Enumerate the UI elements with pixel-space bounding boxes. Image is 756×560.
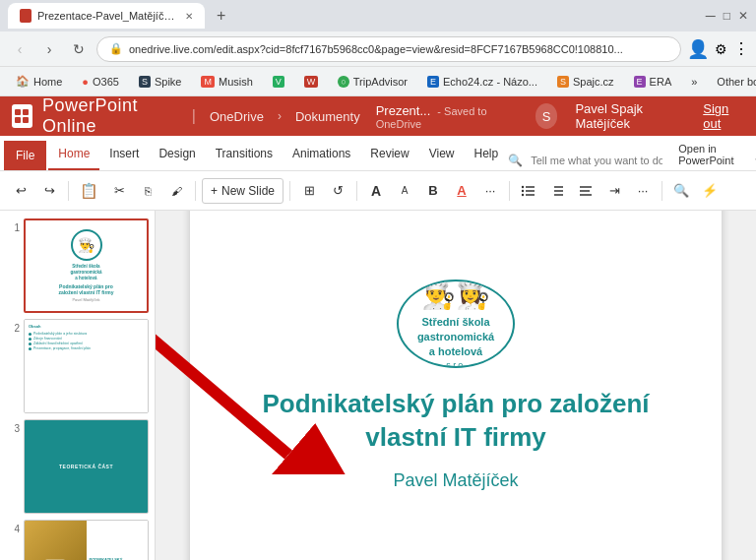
- slide-num-1: 1: [6, 218, 20, 233]
- back-button[interactable]: ‹: [8, 37, 32, 61]
- bookmark-musish[interactable]: M Musish: [193, 73, 260, 91]
- toolbar-separator-1: [68, 181, 69, 201]
- school-logo: 👨‍🍳👩‍🍳 Střední školagastronomickáa hotel…: [397, 280, 515, 368]
- svg-point-5: [522, 193, 524, 195]
- reset-button[interactable]: ↺: [325, 178, 350, 204]
- bookmarks-bar: 🏠 Home ● O365 S Spike M Musish V W ○ Tri…: [0, 67, 756, 96]
- tab-help[interactable]: Help: [465, 139, 509, 170]
- close-button[interactable]: ✕: [738, 9, 748, 23]
- app-name: PowerPoint Online: [42, 95, 178, 137]
- main-slide-canvas[interactable]: 👨‍🍳👩‍🍳 Střední školagastronomickáa hotel…: [190, 211, 722, 560]
- tell-me-input[interactable]: [523, 151, 670, 170]
- redo-button[interactable]: ↪: [36, 178, 62, 204]
- tab-design[interactable]: Design: [149, 139, 205, 170]
- toolbar-separator-3: [289, 181, 290, 201]
- bold-button[interactable]: B: [420, 178, 446, 204]
- bookmark-other[interactable]: Other bookmarks: [709, 73, 756, 91]
- new-tab-button[interactable]: +: [217, 7, 225, 25]
- tab-file[interactable]: File: [4, 141, 46, 170]
- bookmark-label: O365: [93, 76, 119, 88]
- cut-button[interactable]: ✂: [106, 178, 132, 204]
- tab-close-button[interactable]: ✕: [185, 11, 193, 22]
- tab-animations[interactable]: Animations: [283, 139, 360, 170]
- tab-insert[interactable]: Insert: [99, 139, 149, 170]
- slide-thumb-4[interactable]: 4 PODNIKATELSKÝPLÁN Co to je a jaká je j…: [6, 520, 149, 560]
- doc-name[interactable]: Prezent...: [376, 103, 431, 118]
- format-painter-button[interactable]: 🖌: [163, 178, 189, 204]
- address-bar[interactable]: 🔒 onedrive.live.com/edit.aspx?cid=8fcf71…: [96, 36, 681, 62]
- office-appbar: PowerPoint Online | OneDrive › Dokumenty…: [0, 96, 756, 136]
- s3-text: TEORETICKÁ ČÁST: [59, 464, 113, 469]
- new-slide-button[interactable]: + New Slide: [202, 178, 284, 204]
- numbering-button[interactable]: [544, 178, 570, 204]
- w-icon: W: [304, 76, 319, 88]
- bookmark-echo24[interactable]: E Echo24.cz - Názo...: [419, 73, 545, 91]
- school-name: Střední školagastronomickáa hotelová: [417, 315, 494, 360]
- tab-title: Prezentace-Pavel_Matějíček_v2.p...: [37, 10, 175, 22]
- main-content: 1 👨‍🍳 Střední školagastronomickáa hotelo…: [0, 211, 756, 560]
- open-in-powerpoint-button[interactable]: Open in PowerPoint: [670, 139, 741, 170]
- bookmark-o365[interactable]: ● O365: [74, 73, 127, 91]
- align-button[interactable]: [573, 178, 598, 204]
- svg-point-4: [522, 189, 524, 191]
- bullets-button[interactable]: [516, 178, 541, 204]
- slide-thumb-3[interactable]: 3 TEORETICKÁ ČÁST: [6, 419, 149, 514]
- profile-icon[interactable]: 👤: [687, 38, 709, 60]
- slide-thumb-2[interactable]: 2 Obsah Podnikatelský plán a jeho strukt…: [6, 319, 149, 413]
- tab-view[interactable]: View: [419, 139, 465, 170]
- bookmark-spike[interactable]: S Spike: [131, 73, 190, 91]
- paste-button[interactable]: 📋: [75, 178, 103, 204]
- tab-review[interactable]: Review: [360, 139, 418, 170]
- lock-icon: 🔒: [109, 42, 123, 55]
- browser-tab[interactable]: Prezentace-Pavel_Matějíček_v2.p... ✕: [8, 3, 205, 29]
- font-size-down-button[interactable]: A: [392, 178, 417, 204]
- extensions-icon[interactable]: ⚙: [715, 41, 727, 57]
- home-icon: 🏠: [16, 75, 30, 88]
- bookmark-era[interactable]: E ERA: [626, 73, 680, 91]
- share-icon[interactable]: ↑: [749, 151, 756, 170]
- breadcrumb-onedrive[interactable]: OneDrive: [210, 109, 264, 124]
- bookmark-label: Home: [33, 76, 62, 88]
- office-logo[interactable]: [12, 104, 32, 128]
- more-para-button[interactable]: ···: [630, 178, 656, 204]
- bookmark-tripadvisor[interactable]: ○ TripAdvisor: [330, 73, 415, 91]
- spajc-icon: S: [557, 76, 569, 88]
- tab-transitions[interactable]: Transitions: [206, 139, 283, 170]
- signout-button[interactable]: Sign out: [703, 101, 744, 131]
- indent-button[interactable]: ⇥: [601, 178, 627, 204]
- bookmark-more[interactable]: »: [683, 73, 705, 91]
- tab-home[interactable]: Home: [48, 139, 99, 170]
- maximize-button[interactable]: □: [724, 9, 730, 23]
- lightning-button[interactable]: ⚡: [697, 178, 723, 204]
- forward-button[interactable]: ›: [37, 37, 61, 61]
- breadcrumb-dokumenty[interactable]: Dokumenty: [295, 109, 360, 124]
- slide-title-line1: Podnikatelský plán pro založení: [263, 389, 650, 418]
- ribbon-tabs: File Home Insert Design Transitions Anim…: [0, 136, 756, 171]
- bookmark-label: Echo24.cz - Názo...: [443, 76, 537, 88]
- font-color-button[interactable]: A: [449, 178, 474, 204]
- font-size-up-button[interactable]: A: [363, 178, 389, 204]
- slide-image-4: PODNIKATELSKÝPLÁN Co to je a jaká je jeh…: [24, 520, 149, 560]
- more-text-button[interactable]: ···: [477, 178, 503, 204]
- bookmark-home[interactable]: 🏠 Home: [8, 72, 70, 91]
- era-icon: E: [634, 76, 646, 88]
- bookmark-label: Spike: [155, 76, 182, 88]
- share-icons: ↑ 💬: [741, 151, 756, 170]
- find-button[interactable]: 🔍: [668, 178, 694, 204]
- svg-point-3: [522, 185, 524, 187]
- copy-button[interactable]: ⎘: [135, 178, 160, 204]
- toolbar-separator-4: [356, 181, 357, 201]
- slide-thumb-1[interactable]: 1 👨‍🍳 Střední školagastronomickáa hotelo…: [6, 218, 149, 313]
- bookmark-spajc[interactable]: S Spajc.cz: [549, 73, 622, 91]
- slide-title: Podnikatelský plán pro založení vlastní …: [263, 388, 650, 455]
- menu-icon[interactable]: ⋮: [733, 39, 748, 58]
- layout-button[interactable]: ⊞: [296, 178, 322, 204]
- user-name[interactable]: Pavel Spajk Matějíček: [575, 101, 685, 131]
- echo24-icon: E: [427, 76, 439, 88]
- bookmark-v[interactable]: V: [265, 73, 292, 91]
- minimize-button[interactable]: ─: [706, 8, 716, 24]
- skype-icon[interactable]: S: [536, 103, 558, 129]
- undo-button[interactable]: ↩: [8, 178, 33, 204]
- refresh-button[interactable]: ↻: [67, 37, 91, 61]
- bookmark-w[interactable]: W: [296, 73, 327, 91]
